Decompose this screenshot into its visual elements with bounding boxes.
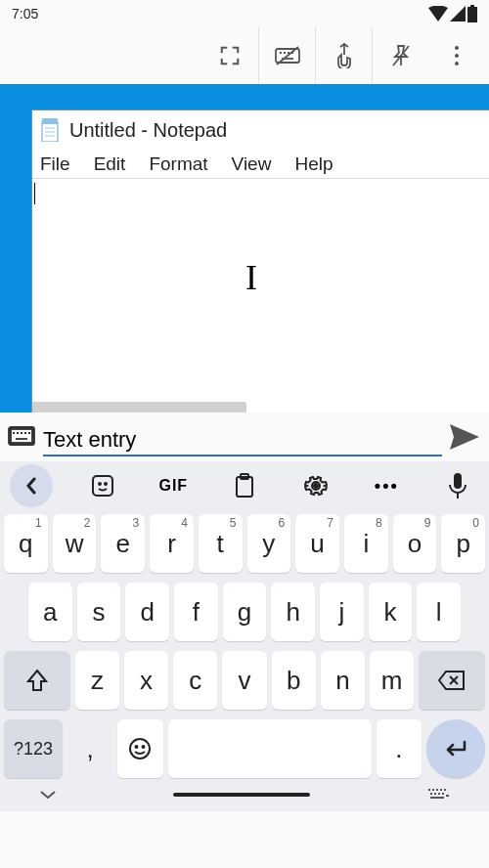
key-period[interactable]: . xyxy=(377,719,422,778)
text-input[interactable] xyxy=(43,423,442,456)
kb-clipboard-button[interactable] xyxy=(223,464,266,507)
kb-more-button[interactable]: ••• xyxy=(365,464,408,507)
svg-rect-1 xyxy=(470,5,474,7)
kb-sticker-button[interactable] xyxy=(81,464,124,507)
kb-back-button[interactable] xyxy=(10,464,53,507)
svg-rect-46 xyxy=(434,793,436,795)
keyboard-disabled-button[interactable] xyxy=(258,27,315,84)
key-shift[interactable] xyxy=(4,651,70,710)
nav-handle[interactable] xyxy=(173,793,310,797)
kb-row-1: q1 w2 e3 r4 t5 y6 u7 i8 o9 p0 xyxy=(4,514,485,573)
menu-view[interactable]: View xyxy=(232,153,272,175)
svg-point-29 xyxy=(105,483,107,485)
keyboard-off-icon xyxy=(275,45,300,66)
svg-rect-33 xyxy=(454,473,462,489)
key-symbols[interactable]: ?123 xyxy=(4,719,63,778)
touch-mode-button[interactable] xyxy=(315,27,372,84)
ibeam-cursor-icon: I xyxy=(245,257,257,298)
key-a[interactable]: a xyxy=(28,583,72,641)
kb-row-3: z x c v b n m xyxy=(4,651,485,710)
key-v[interactable]: v xyxy=(222,651,266,710)
key-f[interactable]: f xyxy=(174,583,218,641)
kb-mic-button[interactable] xyxy=(436,464,479,507)
keyboard-icon[interactable] xyxy=(8,426,35,448)
more-vert-icon xyxy=(454,45,460,66)
cell-signal-icon xyxy=(450,6,466,22)
key-x[interactable]: x xyxy=(124,651,168,710)
key-q[interactable]: q1 xyxy=(4,514,48,573)
svg-rect-45 xyxy=(430,793,432,795)
onscreen-keyboard: GIF ••• q1 w2 e3 r4 t5 y6 u7 i8 o9 p0 a … xyxy=(0,461,489,811)
svg-rect-47 xyxy=(438,793,440,795)
key-o[interactable]: o9 xyxy=(393,514,437,573)
key-l[interactable]: l xyxy=(417,583,461,641)
fullscreen-button[interactable] xyxy=(201,27,258,84)
text-entry-bar xyxy=(0,412,489,461)
gif-label: GIF xyxy=(158,477,188,495)
svg-rect-49 xyxy=(430,797,444,799)
enter-icon xyxy=(443,739,468,759)
kb-row-2: a s d f g h j k l xyxy=(4,583,485,641)
wifi-icon xyxy=(428,6,448,22)
key-d[interactable]: d xyxy=(125,583,169,641)
key-y[interactable]: y6 xyxy=(247,514,291,573)
key-e[interactable]: e3 xyxy=(101,514,145,573)
key-n[interactable]: n xyxy=(321,651,365,710)
kb-gif-button[interactable]: GIF xyxy=(152,464,195,507)
menu-help[interactable]: Help xyxy=(294,153,333,175)
key-comma[interactable]: , xyxy=(67,719,112,778)
menu-file[interactable]: File xyxy=(40,153,70,175)
key-k[interactable]: k xyxy=(369,583,413,641)
key-t[interactable]: t5 xyxy=(199,514,243,573)
key-w[interactable]: w2 xyxy=(53,514,97,573)
collapse-keyboard-icon[interactable] xyxy=(39,789,57,801)
svg-rect-40 xyxy=(428,789,430,791)
app-toolbar xyxy=(0,27,489,84)
key-i[interactable]: i8 xyxy=(344,514,388,573)
key-b[interactable]: b xyxy=(272,651,316,710)
ellipsis-icon: ••• xyxy=(375,476,399,497)
kb-settings-button[interactable] xyxy=(294,464,337,507)
overflow-button[interactable] xyxy=(428,27,485,84)
svg-rect-0 xyxy=(467,7,477,22)
menu-edit[interactable]: Edit xyxy=(94,153,126,175)
key-h[interactable]: h xyxy=(271,583,315,641)
gear-icon xyxy=(304,474,328,498)
svg-point-13 xyxy=(455,62,459,65)
key-g[interactable]: g xyxy=(223,583,267,641)
key-j[interactable]: j xyxy=(320,583,364,641)
notepad-title-text: Untitled - Notepad xyxy=(69,119,227,142)
key-p[interactable]: p0 xyxy=(441,514,485,573)
notepad-textarea[interactable]: I xyxy=(32,179,489,412)
nav-bar xyxy=(0,778,489,811)
horizontal-scrollbar[interactable] xyxy=(31,402,246,412)
remote-viewport[interactable]: Untitled - Notepad File Edit Format View… xyxy=(0,84,489,412)
svg-point-11 xyxy=(455,46,459,50)
keyboard-toolbar: GIF ••• xyxy=(0,461,489,510)
switch-keyboard-icon[interactable] xyxy=(426,787,450,803)
touch-icon xyxy=(333,43,355,68)
key-r[interactable]: r4 xyxy=(150,514,194,573)
send-icon[interactable] xyxy=(450,424,479,450)
svg-rect-15 xyxy=(42,118,58,124)
key-backspace[interactable] xyxy=(419,651,485,710)
pin-off-button[interactable] xyxy=(372,27,428,84)
key-s[interactable]: s xyxy=(77,583,121,641)
text-caret xyxy=(34,183,35,204)
key-space[interactable] xyxy=(168,719,372,778)
key-u[interactable]: u7 xyxy=(295,514,339,573)
fullscreen-icon xyxy=(219,45,241,66)
svg-rect-27 xyxy=(93,476,112,496)
status-time: 7:05 xyxy=(12,6,38,22)
key-m[interactable]: m xyxy=(370,651,414,710)
emoji-icon xyxy=(128,737,152,760)
notepad-window[interactable]: Untitled - Notepad File Edit Format View… xyxy=(31,109,489,412)
key-emoji[interactable] xyxy=(117,719,162,778)
key-z[interactable]: z xyxy=(75,651,119,710)
battery-icon xyxy=(467,5,477,22)
key-c[interactable]: c xyxy=(173,651,217,710)
key-enter[interactable] xyxy=(426,719,485,778)
menu-format[interactable]: Format xyxy=(149,153,207,175)
notepad-titlebar[interactable]: Untitled - Notepad xyxy=(32,110,489,150)
svg-point-12 xyxy=(455,54,459,58)
